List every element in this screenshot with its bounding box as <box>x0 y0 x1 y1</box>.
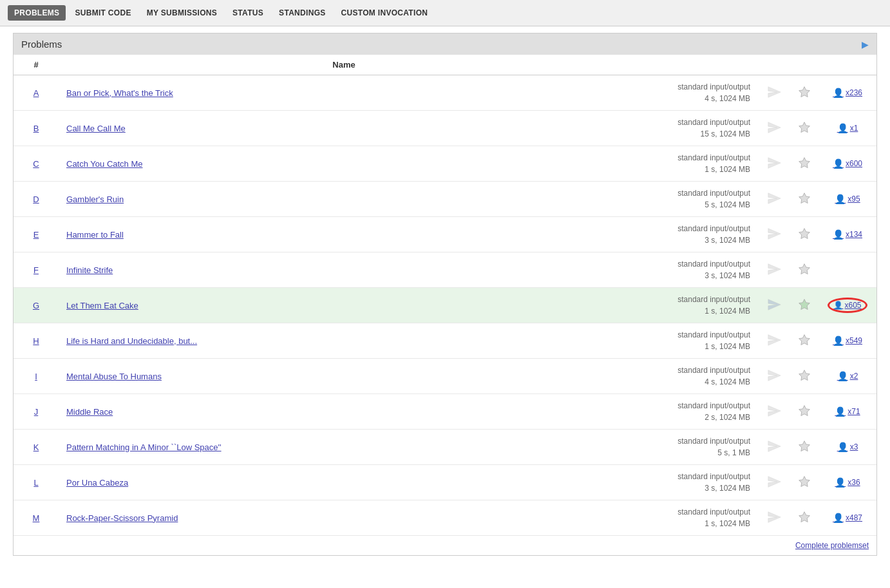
problem-id-link-h[interactable]: H <box>33 336 39 346</box>
problem-submit-d[interactable] <box>758 182 790 217</box>
problem-star-l[interactable] <box>790 465 819 500</box>
problem-name-link-a[interactable]: Ban or Pick, What's the Trick <box>66 88 173 98</box>
svg-marker-11 <box>799 263 810 274</box>
solver-badge-b[interactable]: 👤x1 <box>837 123 858 133</box>
solver-badge-j[interactable]: 👤x71 <box>835 406 860 417</box>
problem-submit-l[interactable] <box>758 465 790 500</box>
problem-submit-j[interactable] <box>758 394 790 430</box>
footer-link-container: Complete problemset <box>14 536 876 555</box>
problem-name-link-i[interactable]: Mental Abuse To Humans <box>66 372 162 381</box>
svg-marker-12 <box>768 299 781 310</box>
problem-name-link-c[interactable]: Catch You Catch Me <box>66 159 143 169</box>
complete-problemset-link[interactable]: Complete problemset <box>795 541 869 550</box>
problem-name-link-m[interactable]: Rock-Paper-Scissors Pyramid <box>66 513 178 523</box>
problem-solvers-g: 👤x605 <box>819 288 876 323</box>
problem-io-c: standard input/output1 s, 1024 MB <box>629 146 758 182</box>
problems-tbody: ABan or Pick, What's the Trickstandard i… <box>14 75 876 536</box>
problem-star-b[interactable] <box>790 111 819 146</box>
solver-badge-i[interactable]: 👤x2 <box>837 371 858 381</box>
problem-submit-a[interactable] <box>758 75 790 111</box>
problem-solvers-m: 👤x487 <box>819 500 876 536</box>
problem-submit-m[interactable] <box>758 500 790 536</box>
problem-star-j[interactable] <box>790 394 819 430</box>
svg-marker-2 <box>768 122 781 133</box>
problem-name-link-j[interactable]: Middle Race <box>66 407 113 417</box>
nav-item-status[interactable]: STATUS <box>226 5 270 21</box>
problem-id-link-b[interactable]: B <box>33 124 39 133</box>
svg-marker-24 <box>768 511 781 522</box>
solver-badge-m[interactable]: 👤x487 <box>833 513 862 523</box>
solver-badge-a[interactable]: 👤x236 <box>833 88 862 98</box>
problem-name-link-e[interactable]: Hammer to Fall <box>66 230 124 240</box>
problem-submit-i[interactable] <box>758 359 790 394</box>
problem-name-link-l[interactable]: Por Una Cabeza <box>66 478 128 488</box>
table-row: EHammer to Fallstandard input/output3 s,… <box>14 217 876 252</box>
solvers-circle-g[interactable]: 👤x605 <box>828 298 867 313</box>
problem-io-g: standard input/output1 s, 1024 MB <box>629 288 758 323</box>
problem-id-link-l[interactable]: L <box>33 478 38 488</box>
problem-star-m[interactable] <box>790 500 819 536</box>
col-name-header: Name <box>59 55 629 75</box>
problem-submit-k[interactable] <box>758 430 790 465</box>
problem-submit-f[interactable] <box>758 252 790 288</box>
svg-marker-20 <box>768 441 781 451</box>
problem-id-link-j[interactable]: J <box>34 407 39 417</box>
problem-submit-g[interactable] <box>758 288 790 323</box>
table-row: ABan or Pick, What's the Trickstandard i… <box>14 75 876 111</box>
problem-name-d: Gambler's Ruin <box>59 182 629 217</box>
problem-name-link-d[interactable]: Gambler's Ruin <box>66 194 124 204</box>
problem-submit-b[interactable] <box>758 111 790 146</box>
problems-table: # Name ABan or Pick, What's the Tricksta… <box>14 55 876 536</box>
problem-star-k[interactable] <box>790 430 819 465</box>
problem-id-link-g[interactable]: G <box>33 301 39 310</box>
problem-submit-c[interactable] <box>758 146 790 182</box>
problem-io-i: standard input/output4 s, 1024 MB <box>629 359 758 394</box>
problem-name-link-k[interactable]: Pattern Matching in A Minor ``Low Space'… <box>66 442 222 452</box>
problem-id-link-i[interactable]: I <box>35 372 37 381</box>
col-actions-header <box>758 55 790 75</box>
solver-badge-l[interactable]: 👤x36 <box>835 477 860 488</box>
problem-star-a[interactable] <box>790 75 819 111</box>
solver-badge-e[interactable]: 👤x134 <box>833 229 862 240</box>
solver-badge-c[interactable]: 👤x600 <box>833 158 862 169</box>
nav-item-problems[interactable]: PROBLEMS <box>8 5 66 21</box>
table-row: FInfinite Strifestandard input/output3 s… <box>14 252 876 288</box>
solver-badge-d[interactable]: 👤x95 <box>835 194 860 204</box>
problem-id-link-m[interactable]: M <box>33 513 40 523</box>
problem-name-link-g[interactable]: Let Them Eat Cake <box>66 301 138 310</box>
problem-solvers-l: 👤x36 <box>819 465 876 500</box>
problem-name-link-b[interactable]: Call Me Call Me <box>66 124 126 133</box>
problem-star-i[interactable] <box>790 359 819 394</box>
problem-id-link-a[interactable]: A <box>33 88 39 98</box>
problem-id-h: H <box>14 323 59 359</box>
problem-id-link-k[interactable]: K <box>33 442 39 452</box>
problem-star-e[interactable] <box>790 217 819 252</box>
problem-id-link-d[interactable]: D <box>33 194 39 204</box>
problem-submit-h[interactable] <box>758 323 790 359</box>
problem-io-f: standard input/output3 s, 1024 MB <box>629 252 758 288</box>
problem-name-h: Life is Hard and Undecidable, but... <box>59 323 629 359</box>
problem-star-h[interactable] <box>790 323 819 359</box>
svg-marker-4 <box>768 157 781 168</box>
problem-id-link-c[interactable]: C <box>33 159 39 169</box>
problem-star-f[interactable] <box>790 252 819 288</box>
problem-id-a: A <box>14 75 59 111</box>
solver-badge-k[interactable]: 👤x3 <box>837 442 858 452</box>
solver-badge-h[interactable]: 👤x549 <box>833 336 862 346</box>
problem-name-link-f[interactable]: Infinite Strife <box>66 265 113 275</box>
problem-star-c[interactable] <box>790 146 819 182</box>
problem-name-link-h[interactable]: Life is Hard and Undecidable, but... <box>66 336 197 346</box>
nav-item-standings[interactable]: STANDINGS <box>272 5 332 21</box>
problem-id-link-f[interactable]: F <box>33 265 39 275</box>
nav-item-submit-code[interactable]: SUBMIT CODE <box>68 5 137 21</box>
problem-star-d[interactable] <box>790 182 819 217</box>
problem-submit-e[interactable] <box>758 217 790 252</box>
nav-item-my-submissions[interactable]: MY SUBMISSIONS <box>140 5 223 21</box>
problem-solvers-a: 👤x236 <box>819 75 876 111</box>
problems-header: Problems ▶ <box>14 33 876 55</box>
nav-item-custom-invocation[interactable]: CUSTOM INVOCATION <box>335 5 435 21</box>
problem-id-link-e[interactable]: E <box>33 230 39 240</box>
table-row: CCatch You Catch Mestandard input/output… <box>14 146 876 182</box>
problem-solvers-e: 👤x134 <box>819 217 876 252</box>
problem-star-g[interactable] <box>790 288 819 323</box>
